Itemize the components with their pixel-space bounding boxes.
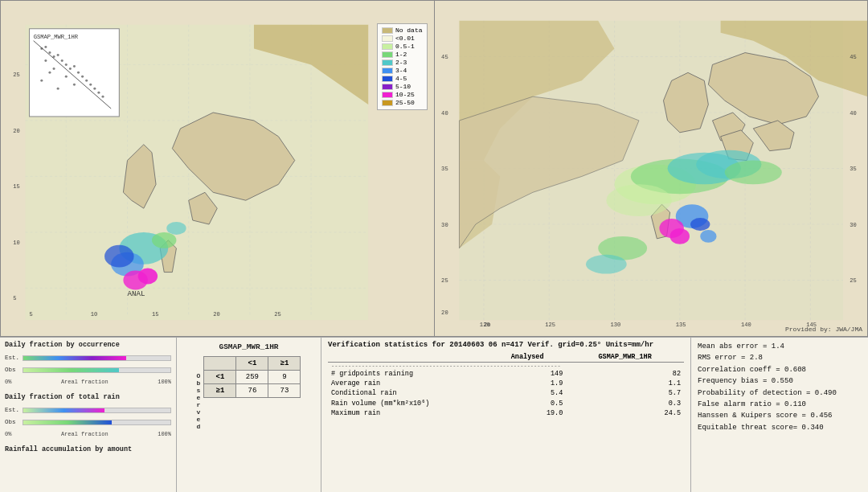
svg-point-48	[53, 68, 55, 70]
svg-text:20: 20	[13, 128, 20, 134]
verification-title: Verification statistics for 20140603 06 …	[328, 341, 684, 349]
left-map-svg: GSMAP_MWR_1HR	[1, 1, 434, 336]
obs-label-2: Obs	[5, 419, 23, 425]
svg-text:45: 45	[441, 55, 448, 61]
svg-point-20	[138, 269, 158, 285]
equitable-threat: Equitable threat score= 0.340	[698, 422, 862, 433]
chart2-title: Daily fraction of total rain	[5, 393, 171, 401]
right-map-svg: 120 125 130 135 140 145 45 40 35 30 25 2…	[435, 1, 868, 336]
contingency-table: <1 ≥1 <1 259 9 ≥1 76 73	[203, 356, 301, 398]
svg-point-28	[48, 51, 51, 54]
svg-text:10: 10	[13, 240, 20, 246]
cont-val-ge1-lt1: 76	[236, 384, 268, 398]
obs-label-1: Obs	[5, 367, 23, 373]
pct-0-2: 0%	[5, 431, 11, 437]
legend: No data <0.01 0.5-1 1-2 2-3	[377, 23, 428, 110]
false-alarm-ratio: False alarm ratio = 0.110	[698, 399, 862, 410]
freq-bias: Frequency bias = 0.550	[698, 375, 862, 387]
svg-text:25: 25	[850, 278, 857, 285]
svg-text:30: 30	[850, 222, 857, 228]
svg-point-38	[89, 84, 92, 86]
svg-point-46	[73, 84, 76, 86]
pct-100-2: 100%	[158, 431, 171, 437]
svg-point-22	[152, 232, 176, 248]
cont-val-lt1-lt1: 259	[236, 371, 268, 384]
svg-point-33	[69, 68, 72, 70]
map-credit: Provided by: JWA/JMA	[785, 326, 862, 333]
svg-text:40: 40	[441, 110, 448, 117]
svg-point-39	[93, 88, 96, 90]
svg-point-27	[44, 46, 47, 48]
svg-text:45: 45	[850, 55, 857, 61]
svg-text:35: 35	[850, 166, 857, 173]
svg-point-21	[104, 245, 134, 268]
main-container: GSMAP_MWR_1HR estimates for 20140603 06 …	[0, 0, 868, 492]
table-row: Conditional rain 5.4 5.7	[328, 388, 684, 398]
svg-point-94	[700, 230, 716, 243]
right-map-panel: Hourly Radar-AMeDAS analysis for 2014060…	[434, 0, 869, 337]
svg-point-40	[97, 92, 100, 94]
svg-text:35: 35	[441, 166, 448, 173]
table-row: Rain volume (mm*km²x10⁶) 0.5 0.3	[328, 398, 684, 408]
cont-col-lt1: <1	[236, 357, 268, 371]
svg-point-30	[57, 54, 59, 56]
svg-text:2o: 2o	[483, 322, 490, 328]
svg-text:ANAL: ANAL	[127, 289, 145, 298]
svg-point-37	[85, 80, 88, 82]
svg-text:20: 20	[213, 311, 220, 318]
cont-row-ge1: ≥1	[204, 384, 236, 398]
svg-text:10: 10	[91, 311, 98, 318]
areal-fraction-2: Areal fraction	[61, 431, 108, 437]
metrics-panel: Mean abs error = 1.4 RMS error = 2.8 Cor…	[691, 338, 868, 492]
mean-abs-error: Mean abs error = 1.4	[698, 341, 862, 352]
pct-0-1: 0%	[5, 379, 11, 385]
hanssen-kuipers: Hanssen & Kuipers score = 0.456	[698, 410, 862, 421]
svg-point-44	[57, 88, 59, 90]
cont-val-lt1-ge1: 9	[268, 371, 301, 384]
svg-point-89	[606, 184, 671, 216]
svg-point-31	[61, 59, 63, 62]
svg-text:GSMAP_MWR_1HR: GSMAP_MWR_1HR	[34, 34, 79, 40]
svg-text:5: 5	[30, 311, 33, 318]
svg-text:40: 40	[850, 110, 857, 117]
maps-row: GSMAP_MWR_1HR estimates for 20140603 06 …	[0, 0, 868, 338]
svg-rect-24	[30, 29, 120, 117]
svg-point-41	[101, 96, 104, 98]
stats-panel: Verification statistics for 20140603 06 …	[321, 338, 691, 492]
svg-point-96	[585, 255, 626, 274]
est-label-1: Est.	[5, 355, 23, 361]
cont-row-lt1: <1	[204, 371, 236, 384]
left-map-panel: GSMAP_MWR_1HR estimates for 20140603 06 …	[0, 0, 434, 337]
contingency-panel: GSMAP_MWR_1HR Observed <1 ≥1 <1 259	[177, 338, 321, 492]
svg-text:25: 25	[13, 72, 20, 78]
svg-text:25: 25	[441, 278, 448, 285]
cont-col-ge1: ≥1	[268, 357, 301, 371]
verification-table: Analysed GSMAP_MWR_1HR -----------------…	[328, 352, 684, 418]
rms-error: RMS error = 2.8	[698, 352, 862, 363]
svg-text:20: 20	[441, 310, 448, 316]
chart1-title: Daily fraction by occurrence	[5, 341, 171, 349]
svg-text:5: 5	[13, 295, 16, 301]
correlation-coeff: Correlation coeff = 0.608	[698, 364, 862, 375]
svg-text:25: 25	[274, 311, 281, 318]
svg-point-88	[724, 161, 781, 185]
svg-point-93	[690, 218, 710, 231]
pct-100-1: 100%	[158, 379, 171, 385]
chart3-title: Rainfall accumulation by amount	[5, 445, 171, 453]
svg-text:30: 30	[441, 222, 448, 228]
table-row: Maximum rain 19.0 24.5	[328, 408, 684, 418]
svg-text:15: 15	[152, 311, 159, 318]
svg-text:125: 125	[545, 322, 555, 328]
table-row: # gridpoints raining 149 82	[328, 369, 684, 379]
svg-text:130: 130	[610, 322, 620, 328]
col-gsmap: GSMAP_MWR_1HR	[566, 352, 684, 363]
contingency-title: GSMAP_MWR_1HR	[219, 342, 278, 351]
svg-text:15: 15	[13, 183, 20, 190]
svg-point-43	[48, 72, 51, 74]
svg-point-35	[77, 72, 80, 74]
charts-panel: Daily fraction by occurrence Est. Obs 0%…	[0, 338, 177, 492]
svg-point-32	[65, 64, 68, 66]
col-analysed: Analysed	[489, 352, 566, 363]
svg-text:140: 140	[741, 322, 751, 328]
svg-point-42	[40, 80, 43, 82]
